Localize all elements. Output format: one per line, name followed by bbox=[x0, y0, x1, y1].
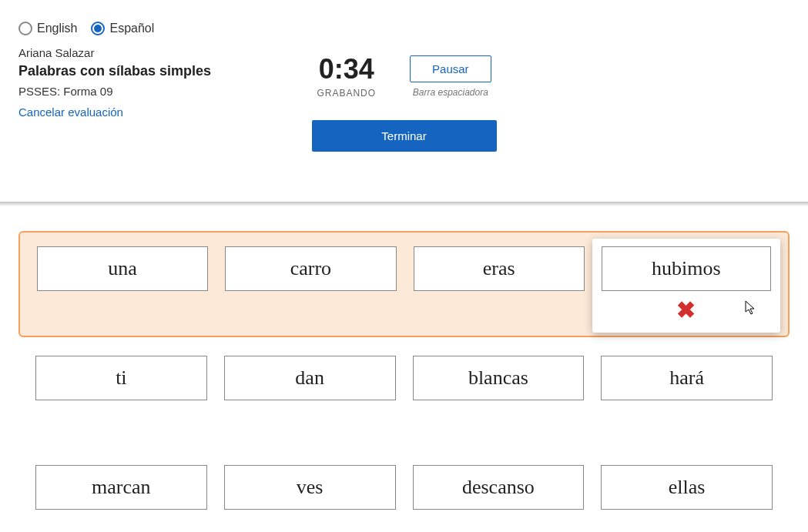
radio-dot-icon bbox=[94, 25, 102, 32]
word-cell[interactable]: dan bbox=[224, 356, 396, 400]
radio-spanish[interactable]: Español bbox=[91, 22, 154, 35]
word-cell[interactable]: marcan bbox=[35, 465, 207, 510]
finish-button[interactable]: Terminar bbox=[312, 120, 497, 152]
word-cell-active[interactable]: hubimos bbox=[602, 246, 771, 291]
divider bbox=[0, 202, 808, 206]
pause-column: Pausar Barra espaciadora bbox=[410, 55, 491, 98]
radio-circle-selected-icon bbox=[91, 22, 105, 35]
mark-incorrect-icon[interactable]: ✖ bbox=[676, 299, 696, 322]
radio-english-label: English bbox=[37, 22, 77, 35]
language-selector: English Español bbox=[18, 22, 154, 35]
timer-label: GRABANDO bbox=[317, 88, 376, 99]
word-cell[interactable]: ves bbox=[224, 465, 396, 510]
timer-display: 0:34 GRABANDO bbox=[317, 55, 376, 99]
word-cell[interactable]: blancas bbox=[413, 356, 585, 400]
timer-controls: 0:34 GRABANDO Pausar Barra espaciadora T… bbox=[0, 55, 808, 152]
word-cell[interactable]: eras bbox=[414, 246, 585, 291]
word-cell[interactable]: ellas bbox=[601, 465, 773, 510]
timer-value: 0:34 bbox=[317, 55, 376, 83]
timer-row: 0:34 GRABANDO Pausar Barra espaciadora bbox=[317, 55, 491, 99]
word-cell[interactable]: ti bbox=[35, 356, 207, 400]
word-grid: una carro eras hubimos ✖ ti dan blancas … bbox=[18, 231, 790, 510]
radio-english[interactable]: English bbox=[18, 22, 77, 35]
word-row: marcan ves descanso ellas bbox=[18, 465, 790, 510]
word-cell[interactable]: hará bbox=[601, 356, 773, 400]
word-cell[interactable]: descanso bbox=[413, 465, 585, 510]
pause-button[interactable]: Pausar bbox=[410, 55, 491, 82]
word-cell[interactable]: una bbox=[37, 246, 208, 291]
pause-hint: Barra espaciadora bbox=[410, 87, 491, 98]
popover-actions: ✖ bbox=[602, 299, 771, 322]
active-row: una carro eras hubimos ✖ bbox=[18, 231, 790, 337]
cursor-icon bbox=[745, 300, 757, 320]
radio-spanish-label: Español bbox=[109, 22, 154, 35]
word-popover: hubimos ✖ bbox=[592, 239, 780, 333]
word-cell[interactable]: carro bbox=[225, 246, 396, 291]
word-row: ti dan blancas hará bbox=[18, 356, 790, 400]
radio-circle-icon bbox=[18, 22, 32, 35]
